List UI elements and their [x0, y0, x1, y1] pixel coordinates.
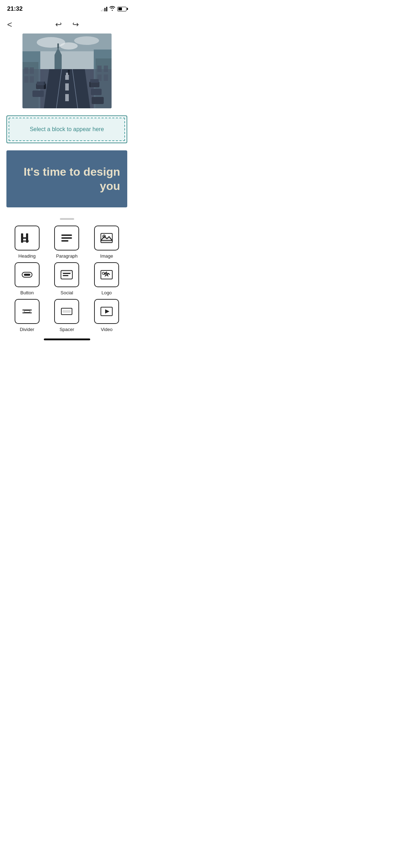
- svg-marker-69: [105, 309, 109, 314]
- paragraph-icon: [59, 231, 74, 246]
- svg-rect-65: [24, 311, 30, 312]
- svg-marker-33: [22, 69, 44, 108]
- block-grid: Heading Paragraph: [0, 222, 134, 332]
- video-label: Video: [101, 327, 113, 332]
- block-row-1: Heading Paragraph: [7, 226, 127, 259]
- svg-rect-23: [65, 94, 69, 101]
- logo-label: Logo: [102, 290, 112, 295]
- home-bar: [44, 339, 90, 340]
- svg-rect-57: [63, 273, 71, 274]
- status-icons: [101, 6, 127, 12]
- svg-rect-7: [57, 43, 59, 48]
- wifi-icon: [109, 6, 115, 12]
- svg-rect-45: [61, 240, 68, 242]
- block-item-social[interactable]: Social: [51, 262, 83, 295]
- heading-icon: [20, 231, 35, 246]
- battery-icon: [117, 7, 127, 11]
- select-block-text: Select a block to appear here: [30, 126, 104, 132]
- spacer-icon: [59, 304, 74, 319]
- signal-icon: [101, 6, 107, 11]
- block-item-heading[interactable]: Heading: [11, 226, 43, 259]
- back-button[interactable]: <: [7, 20, 12, 30]
- home-indicator: [0, 336, 134, 342]
- svg-marker-34: [90, 69, 112, 108]
- svg-rect-38: [65, 73, 66, 75]
- status-bar: 21:32: [0, 0, 134, 16]
- undo-button[interactable]: ↩: [55, 20, 62, 29]
- top-nav: < ↩ ↪: [0, 16, 134, 33]
- social-icon: [59, 267, 74, 282]
- svg-rect-36: [68, 72, 70, 75]
- svg-rect-59: [61, 270, 72, 273]
- svg-rect-43: [61, 234, 72, 236]
- sheet-handle-container: [0, 215, 134, 222]
- divider-label: Divider: [20, 327, 34, 332]
- image-icon: [99, 231, 114, 246]
- canvas-area: Select a block to appear here It's time …: [0, 33, 134, 215]
- svg-rect-67: [63, 310, 71, 312]
- sheet-handle: [60, 218, 74, 220]
- select-block-outer[interactable]: Select a block to appear here: [6, 115, 127, 143]
- image-icon-box: [94, 226, 119, 250]
- divider-icon: [20, 304, 35, 319]
- button-icon-box: [15, 262, 40, 287]
- design-banner-text: It's time to design you: [14, 165, 120, 193]
- svg-point-35: [68, 70, 70, 72]
- block-item-divider[interactable]: Divider: [11, 299, 43, 332]
- block-item-paragraph[interactable]: Paragraph: [51, 226, 83, 259]
- paragraph-icon-box: [54, 226, 79, 250]
- block-item-spacer[interactable]: Spacer: [51, 299, 83, 332]
- heading-icon-box: [15, 226, 40, 250]
- spacer-label: Spacer: [60, 327, 74, 332]
- svg-marker-47: [101, 236, 112, 243]
- button-icon: [20, 267, 35, 282]
- logo-icon-box: [94, 262, 119, 287]
- heading-label: Heading: [19, 253, 36, 259]
- video-icon: [99, 304, 114, 319]
- svg-point-37: [64, 71, 66, 73]
- block-item-logo[interactable]: Logo: [91, 262, 123, 295]
- social-icon-box: [54, 262, 79, 287]
- block-row-2: Button Social: [7, 262, 127, 295]
- block-item-video[interactable]: Video: [91, 299, 123, 332]
- svg-point-4: [60, 42, 78, 50]
- block-row-3: Divider Spacer Video: [7, 299, 127, 332]
- block-item-image[interactable]: Image: [91, 226, 123, 259]
- button-label: Button: [20, 290, 34, 295]
- svg-point-3: [74, 36, 99, 45]
- status-time: 21:32: [7, 5, 22, 12]
- redo-button[interactable]: ↪: [72, 20, 79, 29]
- select-block-inner[interactable]: Select a block to appear here: [9, 118, 125, 141]
- svg-rect-55: [24, 274, 30, 276]
- logo-icon: [99, 267, 114, 282]
- social-label: Social: [61, 290, 73, 295]
- svg-rect-58: [63, 275, 68, 276]
- video-icon-box: [94, 299, 119, 324]
- svg-rect-5: [55, 55, 62, 69]
- street-image: [22, 33, 112, 108]
- design-banner: It's time to design you: [6, 150, 127, 207]
- spacer-icon-box: [54, 299, 79, 324]
- image-label: Image: [100, 253, 113, 259]
- paragraph-label: Paragraph: [56, 253, 78, 259]
- svg-rect-44: [61, 237, 72, 239]
- svg-rect-22: [65, 83, 69, 91]
- street-image-container: [22, 33, 112, 108]
- svg-rect-42: [22, 241, 29, 242]
- block-item-button[interactable]: Button: [11, 262, 43, 295]
- divider-icon-box: [15, 299, 40, 324]
